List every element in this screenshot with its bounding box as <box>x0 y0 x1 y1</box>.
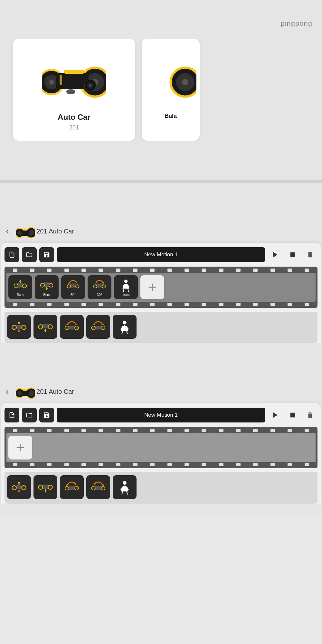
film-hole <box>219 463 223 466</box>
motion-panel-1: 5cm 5cm <box>1 243 321 343</box>
film-hole <box>236 429 241 432</box>
film-hole <box>13 269 17 272</box>
film-hole <box>47 269 52 272</box>
film-hole <box>13 429 17 432</box>
back-button-1[interactable]: ‹ <box>3 225 11 238</box>
control-rotate-right-2[interactable] <box>86 475 110 499</box>
film-hole <box>99 269 103 272</box>
filmstrip-content-2 <box>6 433 316 462</box>
svg-marker-22 <box>273 252 278 258</box>
film-hole <box>47 303 52 306</box>
film-hole <box>305 269 309 272</box>
svg-line-72 <box>122 331 123 334</box>
control-move-backward-2[interactable] <box>33 475 57 499</box>
svg-point-77 <box>28 390 34 396</box>
action-rotate-right-1[interactable]: 30° <box>88 275 111 299</box>
control-rotate-left-1[interactable] <box>60 315 84 339</box>
stop-button-2[interactable] <box>285 408 300 422</box>
film-hole <box>150 463 155 466</box>
svg-rect-60 <box>45 329 46 330</box>
film-hole <box>133 269 137 272</box>
svg-point-101 <box>91 487 95 490</box>
control-rotate-left-2[interactable] <box>60 475 84 499</box>
svg-point-35 <box>67 285 71 288</box>
add-action-button-1[interactable] <box>140 275 164 299</box>
motion-name-input-2[interactable] <box>57 408 265 422</box>
save-button-2[interactable] <box>39 408 54 422</box>
svg-rect-100 <box>95 486 101 490</box>
svg-point-42 <box>124 279 128 283</box>
play-button-2[interactable] <box>268 408 283 422</box>
svg-point-62 <box>65 326 69 330</box>
film-hole <box>64 303 69 306</box>
film-hole <box>185 303 189 306</box>
play-button-1[interactable] <box>268 247 283 262</box>
film-hole <box>167 269 172 272</box>
delete-button-2[interactable] <box>303 408 317 422</box>
save-button-1[interactable] <box>39 247 54 262</box>
bala-card[interactable]: Bala <box>142 39 200 141</box>
svg-point-58 <box>48 325 52 329</box>
open-button-1[interactable] <box>22 247 37 262</box>
film-hole <box>270 463 275 466</box>
stop-button-1[interactable] <box>285 247 300 262</box>
nav-robot-name-1: 201 Auto Car <box>36 228 74 235</box>
control-move-updown-1[interactable] <box>7 315 31 339</box>
new-doc-button-2[interactable] <box>5 408 19 422</box>
svg-point-67 <box>101 326 105 330</box>
svg-point-63 <box>75 326 79 330</box>
film-hole <box>47 429 52 432</box>
film-hole <box>219 269 223 272</box>
film-hole <box>81 269 86 272</box>
filmstrip-holes-bottom-1 <box>6 303 316 306</box>
svg-rect-12 <box>60 75 62 85</box>
svg-point-25 <box>14 284 18 288</box>
action-label: 1sec <box>122 293 129 297</box>
svg-point-2 <box>49 80 54 85</box>
motion-name-input-1[interactable] <box>57 247 265 262</box>
film-hole <box>288 269 292 272</box>
svg-rect-53 <box>18 323 19 324</box>
svg-marker-32 <box>45 289 48 290</box>
film-hole <box>81 303 86 306</box>
back-button-2[interactable]: ‹ <box>3 385 11 398</box>
film-hole <box>219 303 223 306</box>
film-hole <box>116 429 120 432</box>
action-label: 5cm <box>43 293 50 297</box>
svg-rect-95 <box>45 489 46 491</box>
film-hole <box>116 303 120 306</box>
action-rotate-left-1[interactable]: 30° <box>61 275 85 299</box>
film-hole <box>64 429 69 432</box>
svg-marker-59 <box>44 330 47 332</box>
svg-point-92 <box>38 485 43 489</box>
filmstrip-holes-top-2 <box>6 429 316 432</box>
film-hole <box>133 463 137 466</box>
svg-rect-33 <box>46 287 47 288</box>
action-move-forward-1[interactable]: 5cm <box>8 275 32 299</box>
auto-car-card[interactable]: Auto Car 201 <box>13 39 135 141</box>
film-hole <box>64 269 69 272</box>
action-wait-1[interactable]: 1sec <box>114 275 138 299</box>
control-rotate-right-1[interactable] <box>86 315 110 339</box>
control-move-backward-1[interactable] <box>33 315 57 339</box>
add-action-button-2[interactable] <box>8 436 32 459</box>
control-person-1[interactable] <box>113 315 137 339</box>
auto-car-name: Auto Car <box>58 113 90 122</box>
svg-point-86 <box>22 486 26 490</box>
filmstrip-content-1: 5cm 5cm <box>6 273 316 302</box>
control-person-2[interactable] <box>113 475 137 499</box>
new-doc-button-1[interactable] <box>5 247 19 262</box>
delete-button-1[interactable] <box>303 247 317 262</box>
svg-rect-34 <box>70 284 76 288</box>
film-hole <box>150 269 155 272</box>
svg-point-51 <box>22 325 26 329</box>
svg-point-50 <box>12 325 16 329</box>
film-hole <box>236 463 241 466</box>
svg-marker-94 <box>44 491 47 493</box>
control-move-updown-2[interactable] <box>7 475 31 499</box>
filmstrip-holes-bottom-2 <box>6 463 316 466</box>
action-move-backward-1[interactable]: 5cm <box>35 275 59 299</box>
open-button-2[interactable] <box>22 408 37 422</box>
svg-point-69 <box>123 321 127 325</box>
svg-rect-91 <box>42 485 49 489</box>
